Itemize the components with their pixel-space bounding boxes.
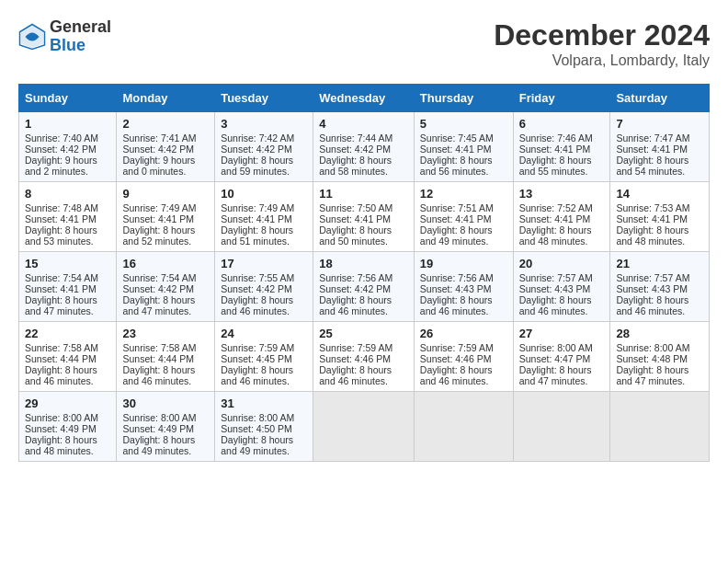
sunset-text: Sunset: 4:44 PM	[122, 353, 209, 364]
day-number: 22	[25, 327, 110, 340]
sunrise-text: Sunrise: 7:58 AM	[25, 342, 110, 353]
day-number: 25	[319, 327, 408, 340]
sunrise-text: Sunrise: 7:54 AM	[25, 272, 110, 283]
sunrise-text: Sunrise: 7:40 AM	[25, 132, 110, 144]
calendar-cell: 15Sunrise: 7:54 AMSunset: 4:41 PMDayligh…	[19, 252, 117, 322]
sunrise-text: Sunrise: 7:41 AM	[122, 132, 209, 144]
sunset-text: Sunset: 4:41 PM	[420, 213, 507, 224]
daylight-text: Daylight: 8 hours and 47 minutes.	[25, 294, 110, 316]
day-number: 13	[519, 187, 605, 201]
sunrise-text: Sunrise: 7:46 AM	[519, 132, 605, 144]
daylight-text: Daylight: 8 hours and 49 minutes.	[420, 224, 507, 247]
calendar-cell: 11Sunrise: 7:50 AMSunset: 4:41 PMDayligh…	[313, 182, 415, 252]
day-number: 1	[25, 117, 110, 131]
logo-blue: Blue	[50, 37, 111, 55]
sunset-text: Sunset: 4:41 PM	[519, 213, 605, 224]
sunset-text: Sunset: 4:41 PM	[25, 213, 110, 224]
sunset-text: Sunset: 4:41 PM	[122, 213, 209, 224]
sunset-text: Sunset: 4:42 PM	[319, 283, 408, 294]
sunset-text: Sunset: 4:42 PM	[122, 144, 209, 155]
day-number: 31	[221, 396, 307, 410]
sunrise-text: Sunrise: 7:56 AM	[319, 272, 408, 283]
calendar-cell: 16Sunrise: 7:54 AMSunset: 4:42 PMDayligh…	[117, 252, 215, 322]
calendar-week-row: 8Sunrise: 7:48 AMSunset: 4:41 PMDaylight…	[19, 182, 710, 252]
calendar-cell: 8Sunrise: 7:48 AMSunset: 4:41 PMDaylight…	[19, 182, 117, 252]
day-number: 29	[25, 396, 110, 410]
logo: General Blue	[18, 18, 111, 55]
daylight-text: Daylight: 8 hours and 46 minutes.	[25, 364, 110, 386]
sunset-text: Sunset: 4:41 PM	[519, 144, 605, 155]
sunrise-text: Sunrise: 8:00 AM	[122, 412, 209, 423]
daylight-text: Daylight: 8 hours and 53 minutes.	[25, 224, 110, 247]
daylight-text: Daylight: 8 hours and 51 minutes.	[221, 224, 307, 247]
sunrise-text: Sunrise: 7:49 AM	[221, 202, 307, 213]
calendar-cell	[513, 392, 610, 462]
calendar-cell: 2Sunrise: 7:41 AMSunset: 4:42 PMDaylight…	[117, 112, 215, 182]
day-header-friday: Friday	[513, 85, 610, 112]
daylight-text: Daylight: 8 hours and 54 minutes.	[616, 155, 703, 177]
title-area: December 2024 Volpara, Lombardy, Italy	[494, 18, 710, 69]
location-title: Volpara, Lombardy, Italy	[494, 52, 710, 69]
daylight-text: Daylight: 8 hours and 46 minutes.	[420, 364, 507, 386]
day-number: 12	[420, 187, 507, 201]
sunrise-text: Sunrise: 7:56 AM	[420, 272, 507, 283]
day-number: 11	[319, 187, 408, 201]
sunset-text: Sunset: 4:49 PM	[25, 423, 110, 434]
sunrise-text: Sunrise: 7:59 AM	[420, 342, 507, 353]
day-number: 3	[221, 117, 307, 131]
day-number: 5	[420, 117, 507, 131]
calendar-cell: 14Sunrise: 7:53 AMSunset: 4:41 PMDayligh…	[610, 182, 710, 252]
day-header-monday: Monday	[117, 85, 215, 112]
calendar-cell: 22Sunrise: 7:58 AMSunset: 4:44 PMDayligh…	[19, 322, 117, 392]
sunset-text: Sunset: 4:41 PM	[420, 144, 507, 155]
day-number: 4	[319, 117, 408, 131]
daylight-text: Daylight: 8 hours and 48 minutes.	[25, 434, 110, 456]
sunrise-text: Sunrise: 8:00 AM	[25, 412, 110, 423]
calendar-cell: 1Sunrise: 7:40 AMSunset: 4:42 PMDaylight…	[19, 112, 117, 182]
sunrise-text: Sunrise: 7:54 AM	[122, 272, 209, 283]
logo-icon	[18, 23, 46, 51]
sunrise-text: Sunrise: 7:42 AM	[221, 132, 307, 144]
daylight-text: Daylight: 8 hours and 46 minutes.	[420, 294, 507, 316]
daylight-text: Daylight: 8 hours and 47 minutes.	[122, 294, 209, 316]
sunset-text: Sunset: 4:46 PM	[420, 353, 507, 364]
sunset-text: Sunset: 4:44 PM	[25, 353, 110, 364]
sunset-text: Sunset: 4:41 PM	[221, 213, 307, 224]
month-title: December 2024	[494, 18, 710, 52]
sunrise-text: Sunrise: 7:47 AM	[616, 132, 703, 144]
daylight-text: Daylight: 8 hours and 48 minutes.	[519, 224, 605, 247]
daylight-text: Daylight: 8 hours and 46 minutes.	[319, 294, 408, 316]
calendar-cell: 29Sunrise: 8:00 AMSunset: 4:49 PMDayligh…	[19, 392, 117, 462]
calendar-cell: 21Sunrise: 7:57 AMSunset: 4:43 PMDayligh…	[610, 252, 710, 322]
day-header-saturday: Saturday	[610, 85, 710, 112]
day-number: 6	[519, 117, 605, 131]
sunrise-text: Sunrise: 7:49 AM	[122, 202, 209, 213]
sunrise-text: Sunrise: 7:50 AM	[319, 202, 408, 213]
daylight-text: Daylight: 8 hours and 46 minutes.	[616, 294, 703, 316]
sunrise-text: Sunrise: 7:57 AM	[519, 272, 605, 283]
calendar-week-row: 22Sunrise: 7:58 AMSunset: 4:44 PMDayligh…	[19, 322, 710, 392]
day-number: 23	[122, 327, 209, 340]
sunrise-text: Sunrise: 7:58 AM	[122, 342, 209, 353]
day-number: 7	[616, 117, 703, 131]
calendar-cell: 25Sunrise: 7:59 AMSunset: 4:46 PMDayligh…	[313, 322, 415, 392]
calendar-cell: 6Sunrise: 7:46 AMSunset: 4:41 PMDaylight…	[513, 112, 610, 182]
calendar-cell: 9Sunrise: 7:49 AMSunset: 4:41 PMDaylight…	[117, 182, 215, 252]
sunrise-text: Sunrise: 7:59 AM	[221, 342, 307, 353]
sunset-text: Sunset: 4:41 PM	[25, 283, 110, 294]
day-number: 16	[122, 257, 209, 270]
daylight-text: Daylight: 8 hours and 50 minutes.	[319, 224, 408, 247]
daylight-text: Daylight: 8 hours and 46 minutes.	[519, 294, 605, 316]
calendar-cell: 10Sunrise: 7:49 AMSunset: 4:41 PMDayligh…	[215, 182, 313, 252]
sunset-text: Sunset: 4:41 PM	[319, 213, 408, 224]
sunrise-text: Sunrise: 7:51 AM	[420, 202, 507, 213]
sunrise-text: Sunrise: 8:00 AM	[616, 342, 703, 353]
sunset-text: Sunset: 4:43 PM	[616, 283, 703, 294]
calendar-body: 1Sunrise: 7:40 AMSunset: 4:42 PMDaylight…	[19, 112, 710, 462]
daylight-text: Daylight: 9 hours and 2 minutes.	[25, 155, 110, 177]
day-number: 21	[616, 257, 703, 270]
logo-general: General	[50, 18, 111, 37]
daylight-text: Daylight: 8 hours and 49 minutes.	[221, 434, 307, 456]
page-header: General Blue December 2024 Volpara, Lomb…	[18, 18, 710, 69]
sunset-text: Sunset: 4:43 PM	[420, 283, 507, 294]
